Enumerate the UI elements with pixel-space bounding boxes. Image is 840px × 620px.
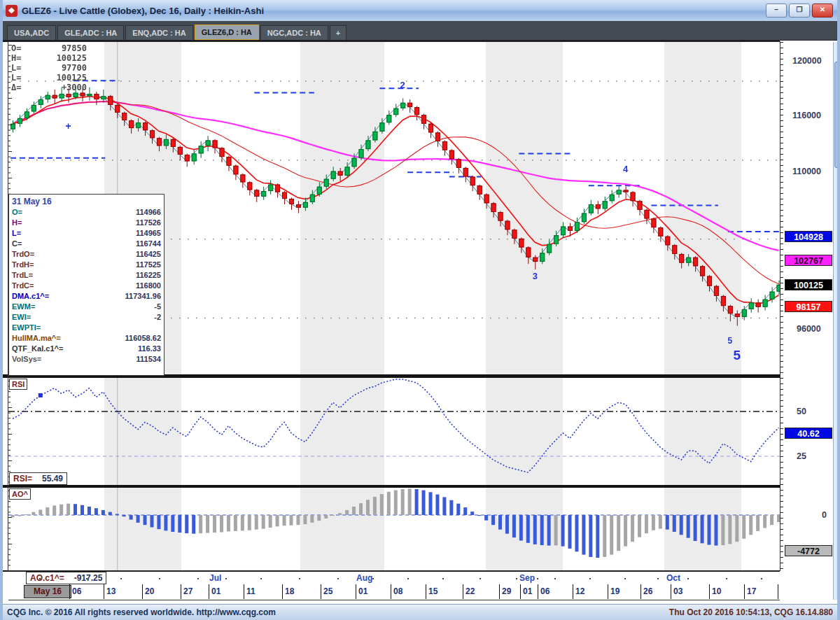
status-clock: Thu Oct 20 2016 10:54:13, CQG 16.14.880 (669, 607, 833, 617)
date-label[interactable]: 20 (145, 586, 154, 596)
app-window: ❖ GLEZ6 - Live Cattle (Globex), Dec 16, … (0, 0, 840, 620)
date-label[interactable]: 25 (323, 586, 332, 596)
date-label[interactable]: 15 (428, 586, 438, 596)
quote-row: O=97850 (11, 43, 87, 53)
date-separator (69, 584, 70, 599)
quote-value: +3000 (62, 83, 87, 92)
status-bar: CQG Inc. © 2016 All rights reserved worl… (0, 604, 840, 620)
date-separator (538, 584, 538, 599)
tab-ngc-adc---ha[interactable]: NGC,ADC : HA (260, 25, 328, 40)
databox-value: 117341.96 (125, 291, 161, 302)
tab-glez6-d---ha[interactable]: GLEZ6,D : HA (195, 24, 259, 40)
databox-label: TrdL= (12, 270, 33, 281)
month-row-dot (337, 578, 339, 579)
databox-row: TrdC=116800 (12, 281, 161, 291)
month-row-dot (479, 578, 481, 579)
date-label[interactable]: 08 (393, 586, 402, 596)
ao-last-badge: -4772 (785, 545, 832, 556)
databox-value: -5 (154, 302, 161, 312)
month-row-dot (537, 578, 538, 579)
date-label[interactable]: 17 (747, 586, 756, 596)
restore-button[interactable]: ❐ (789, 3, 810, 17)
databox-label: C= (12, 239, 22, 249)
date-separator (778, 584, 778, 599)
close-button[interactable]: ✕ (812, 3, 833, 17)
databox-value: 116.33 (138, 344, 161, 354)
date-label[interactable]: 01 (358, 586, 368, 596)
panel-divider[interactable] (3, 485, 780, 488)
ao-label: AO^ (9, 488, 31, 500)
cursor-data-box: 31 May 16 O=114966H=117526L=114965C=1167… (8, 194, 164, 376)
month-row-dot (39, 578, 41, 579)
date-separator (321, 584, 321, 599)
databox-row: EWM=-5 (12, 302, 161, 312)
month-row-dot (299, 578, 300, 579)
date-separator (671, 584, 671, 599)
date-separator (104, 584, 104, 599)
date-label[interactable]: 06 (540, 586, 550, 596)
title-bar[interactable]: ❖ GLEZ6 - Live Cattle (Globex), Dec 16, … (0, 0, 840, 22)
date-label[interactable]: 03 (673, 586, 682, 596)
ao-panel-canvas[interactable] (8, 488, 780, 570)
axis-label-120000: 120000 (792, 56, 822, 66)
databox-label: TrdO= (12, 249, 34, 260)
month-row-dot (372, 578, 374, 579)
date-label[interactable]: 10 (712, 586, 721, 596)
month-label-sep: Sep (519, 573, 535, 583)
month-label-aug: Aug (356, 573, 372, 583)
rsi-readout-value: 55.49 (42, 473, 63, 484)
price-badge-98157: 98157 (785, 301, 832, 312)
tab-usa-adc[interactable]: USA,ADC (7, 25, 56, 40)
date-label[interactable]: 26 (643, 586, 652, 596)
databox-row: EWPTI= (12, 323, 161, 333)
quote-row: L=97700 (11, 63, 87, 73)
tab-gle-adc---ha[interactable]: GLE,ADC : HA (57, 25, 124, 40)
date-separator (744, 584, 745, 599)
quote-label: Δ= (11, 83, 21, 92)
minimize-button[interactable]: – (766, 3, 787, 17)
date-label[interactable]: 11 (246, 586, 255, 596)
date-label-highlight[interactable]: May 16 (24, 585, 71, 598)
month-row-dot (407, 578, 409, 579)
month-row-dot (624, 578, 626, 579)
date-label[interactable]: 22 (465, 586, 475, 596)
databox-value: 116425 (136, 249, 161, 260)
databox-value: -2 (154, 312, 161, 323)
tab-enq-adc---ha[interactable]: ENQ,ADC : HA (125, 25, 192, 40)
quote-label: H= (11, 53, 21, 63)
date-separator (640, 584, 641, 599)
databox-value: 116225 (136, 270, 161, 281)
databox-row: HullMA.ma^=116058.62 (12, 333, 161, 344)
date-separator (181, 584, 181, 599)
date-separator (209, 584, 209, 599)
scrollbar-thumb[interactable] (834, 62, 840, 168)
date-label[interactable]: 27 (183, 586, 192, 596)
databox-row: TrdL=116225 (12, 270, 161, 281)
databox-label: VolSys= (12, 354, 41, 365)
app-icon: ❖ (6, 5, 18, 17)
rsi-panel-canvas[interactable] (8, 378, 780, 485)
month-row-dot (442, 578, 444, 579)
axis-label-116000: 116000 (792, 111, 821, 120)
vertical-scrollbar[interactable] (833, 42, 840, 600)
quote-value: 100125 (57, 73, 87, 83)
date-label[interactable]: 06 (72, 586, 81, 596)
date-label[interactable]: 13 (106, 586, 115, 596)
databox-value: 117525 (136, 260, 161, 270)
chart-tab-bar: USA,ADCGLE,ADC : HAENQ,ADC : HAGLEZ6,D :… (0, 21, 840, 41)
quote-label: L= (11, 63, 21, 73)
date-label[interactable]: 01 (211, 586, 220, 596)
date-label[interactable]: 01 (523, 586, 532, 596)
month-label-oct: Oct (666, 573, 680, 583)
date-label[interactable]: 12 (575, 586, 584, 596)
add-tab-button[interactable]: + (330, 25, 346, 40)
axis-label-110000: 110000 (792, 167, 821, 176)
databox-value: 116744 (136, 239, 161, 249)
databox-label: QTF_Kal.c1^= (12, 344, 63, 354)
date-label[interactable]: 19 (610, 586, 620, 596)
month-row-dot (159, 578, 160, 579)
date-label[interactable]: 18 (285, 586, 294, 596)
date-label[interactable]: 29 (502, 586, 511, 596)
rsi-last-badge: 40.62 (785, 428, 832, 439)
databox-row: O=114966 (12, 207, 161, 218)
